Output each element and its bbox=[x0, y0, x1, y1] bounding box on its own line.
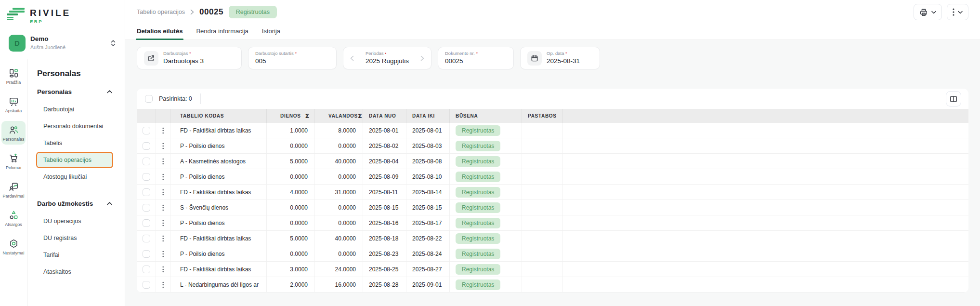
calendar-icon[interactable] bbox=[527, 51, 542, 66]
table-row[interactable]: P - Poilsio dienos 0.0000 0.0000 2025-08… bbox=[137, 169, 968, 185]
cell-dienos: 0.0000 bbox=[267, 138, 315, 153]
cell-data-nuo: 2025-08-23 bbox=[363, 246, 406, 261]
rail-item-nustatymai[interactable]: Nustatymai bbox=[1, 235, 26, 258]
sidebar-item-du-registras[interactable]: DU registras bbox=[36, 230, 113, 246]
row-checkbox[interactable] bbox=[143, 235, 150, 242]
table-row[interactable]: P - Poilsio dienos 0.0000 0.0000 2025-08… bbox=[137, 215, 968, 231]
breadcrumb[interactable]: Tabelio operacijos bbox=[137, 9, 185, 15]
col-tabelio-kodas[interactable]: TABELIO KODAS bbox=[170, 109, 267, 123]
period-next-icon[interactable] bbox=[420, 55, 424, 61]
row-checkbox[interactable] bbox=[143, 219, 150, 227]
field-meta: Dokumento nr. * 00025 bbox=[445, 51, 478, 65]
row-checkbox[interactable] bbox=[143, 281, 150, 289]
rail-item-apskaita[interactable]: Apskaita bbox=[1, 93, 26, 116]
cell-filler bbox=[563, 154, 968, 169]
col-pastabos[interactable]: PASTABOS bbox=[522, 109, 563, 123]
header-checkbox-col bbox=[137, 109, 156, 123]
tab-istorija[interactable]: Istorija bbox=[262, 22, 280, 40]
sigma-icon[interactable]: Σ bbox=[358, 112, 363, 120]
row-checkbox[interactable] bbox=[143, 204, 150, 212]
col-busena[interactable]: BŪSENA bbox=[450, 109, 522, 123]
row-menu-button[interactable] bbox=[156, 185, 170, 200]
field-periodas[interactable]: Periodas • 2025 Rugpjūtis bbox=[343, 47, 431, 69]
tab-detalios-eilutes[interactable]: Detalios eilutės bbox=[137, 22, 183, 40]
cell-data-iki: 2025-08-14 bbox=[406, 185, 450, 200]
col-dienos[interactable]: DIENOSΣ bbox=[267, 109, 315, 123]
row-checkbox[interactable] bbox=[143, 188, 150, 196]
row-checkbox[interactable] bbox=[143, 250, 150, 258]
sidebar-item-ataskaitos[interactable]: Ataskaitos bbox=[36, 264, 113, 280]
row-menu-button[interactable] bbox=[156, 246, 170, 261]
row-menu-button[interactable] bbox=[156, 277, 170, 292]
select-all-checkbox[interactable] bbox=[145, 95, 153, 103]
rail-item-personalas[interactable]: Personalas bbox=[1, 121, 26, 145]
row-menu-button[interactable] bbox=[156, 200, 170, 215]
table-row[interactable]: FD - Faktiškai dirbtas laikas 4.0000 31.… bbox=[137, 185, 968, 200]
rail-item-atsargos[interactable]: Atsargos bbox=[1, 206, 26, 230]
col-valandos[interactable]: VALANDOSΣ bbox=[315, 109, 363, 123]
row-checkbox[interactable] bbox=[143, 127, 150, 134]
main-area: Tabelio operacijos 00025 Registruotas bbox=[125, 0, 980, 306]
sidebar-item-tabelis[interactable]: Tabelis bbox=[36, 135, 113, 151]
section-darbo-uzmokestis-toggle[interactable]: Darbo užmokestis bbox=[37, 200, 112, 207]
sidebar-item-personalo-dokumentai[interactable]: Personalo dokumentai bbox=[36, 118, 113, 134]
gear-icon bbox=[9, 239, 19, 249]
cell-valandos: 16.0000 bbox=[315, 277, 363, 292]
table-row[interactable]: FD - Faktiškai dirbtas laikas 5.0000 40.… bbox=[137, 231, 968, 246]
table-row[interactable]: A - Kasmetinės atostogos 5.0000 40.0000 … bbox=[137, 154, 968, 169]
sidebar-item-tabelio-operacijos[interactable]: Tabelio operacijos bbox=[36, 152, 113, 168]
brand-logo[interactable]: RIVILE ERP bbox=[7, 7, 117, 24]
sidebar-item-label: Atostogų likučiai bbox=[43, 173, 87, 180]
rail-item-pradzia[interactable]: Pradžia bbox=[1, 64, 26, 88]
field-dokumento-nr[interactable]: Dokumento nr. * 00025 bbox=[438, 47, 514, 69]
sidebar-item-darbuotojai[interactable]: Darbuotojai bbox=[36, 101, 113, 118]
table-row[interactable]: FD - Faktiškai dirbtas laikas 3.0000 24.… bbox=[137, 262, 968, 277]
sidebar-item-atostogu-likuciai[interactable]: Atostogų likučiai bbox=[36, 169, 113, 185]
rail-item-pirkimai[interactable]: Pirkimai bbox=[1, 149, 26, 173]
selected-count-label: Pasirinkta: 0 bbox=[159, 95, 192, 102]
workspace-switcher[interactable]: D Demo Aušra Juodienė bbox=[7, 34, 117, 55]
table-row[interactable]: P - Poilsio dienos 0.0000 0.0000 2025-08… bbox=[137, 246, 968, 262]
print-button[interactable] bbox=[914, 4, 942, 20]
field-op-data[interactable]: Op. data * 2025-08-31 bbox=[520, 47, 600, 69]
table-row[interactable]: S - Švenčių dienos 0.0000 0.0000 2025-08… bbox=[137, 200, 968, 215]
sidebar-item-du-operacijos[interactable]: DU operacijos bbox=[36, 213, 113, 229]
cell-filler bbox=[563, 262, 968, 277]
chevron-up-icon bbox=[107, 202, 112, 205]
row-menu-button[interactable] bbox=[156, 154, 170, 169]
section-personalas-toggle[interactable]: Personalas bbox=[37, 88, 112, 95]
row-checkbox[interactable] bbox=[143, 142, 150, 150]
col-data-iki[interactable]: DATA IKI bbox=[406, 109, 450, 123]
cell-data-iki: 2025-08-24 bbox=[406, 246, 450, 261]
cell-data-nuo: 2025-08-11 bbox=[363, 185, 406, 200]
row-menu-button[interactable] bbox=[156, 169, 170, 184]
field-darbuotojas[interactable]: Darbuotojas * Darbuotojas 3 bbox=[137, 47, 242, 69]
sigma-icon[interactable]: Σ bbox=[305, 112, 310, 120]
col-data-nuo[interactable]: DATA NUO bbox=[363, 109, 406, 123]
tab-bendra-informacija[interactable]: Bendra informacija bbox=[196, 22, 248, 40]
row-menu-button[interactable] bbox=[156, 215, 170, 230]
row-menu-button[interactable] bbox=[156, 231, 170, 246]
row-menu-button[interactable] bbox=[156, 123, 170, 138]
status-badge: Registruotas bbox=[456, 218, 500, 228]
field-darbuotojo-sutartis[interactable]: Darbuotojo sutartis * 005 bbox=[248, 47, 337, 69]
external-link-icon[interactable] bbox=[144, 51, 158, 66]
row-menu-button[interactable] bbox=[156, 138, 170, 153]
row-menu-button[interactable] bbox=[156, 262, 170, 277]
kebab-menu-icon bbox=[162, 266, 164, 273]
table-row[interactable]: FD - Faktiškai dirbtas laikas 1.0000 8.0… bbox=[137, 123, 968, 138]
sidebar-item-tarifai[interactable]: Tarifai bbox=[36, 247, 113, 263]
status-badge: Registruotas bbox=[229, 6, 277, 18]
rail-item-pardavimai[interactable]: Pardavimai bbox=[1, 178, 26, 201]
table-row[interactable]: L - Nedarbingumas dėl ligos ar 2.0000 16… bbox=[137, 277, 968, 293]
cell-tabelio-kodas: L - Nedarbingumas dėl ligos ar bbox=[170, 277, 267, 292]
column-settings-button[interactable] bbox=[946, 91, 961, 106]
row-checkbox[interactable] bbox=[143, 266, 150, 273]
cell-pastabos bbox=[522, 138, 563, 153]
row-checkbox[interactable] bbox=[143, 173, 150, 181]
cell-tabelio-kodas: P - Poilsio dienos bbox=[170, 246, 267, 261]
table-row[interactable]: P - Poilsio dienos 0.0000 0.0000 2025-08… bbox=[137, 138, 968, 154]
period-prev-icon[interactable] bbox=[350, 55, 354, 61]
more-actions-button[interactable] bbox=[947, 4, 968, 20]
row-checkbox[interactable] bbox=[143, 158, 150, 165]
